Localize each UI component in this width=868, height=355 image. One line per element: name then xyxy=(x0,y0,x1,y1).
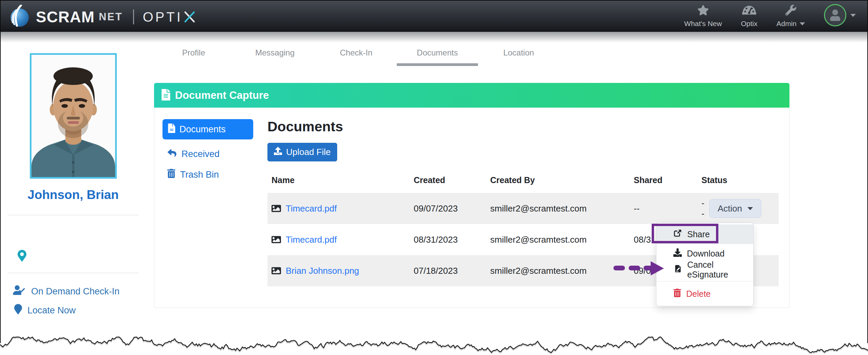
col-header-created-by: Created By xyxy=(486,175,630,185)
locate-now-label: Locate Now xyxy=(27,305,76,316)
globe-logo-icon xyxy=(9,5,30,29)
nav-whats-new-label: What's New xyxy=(684,20,722,28)
document-link[interactable]: Timecard.pdf xyxy=(286,203,337,214)
user-check-icon xyxy=(13,285,26,298)
upload-icon xyxy=(274,147,282,157)
brand-scram: SCRAM xyxy=(36,8,95,26)
cell-created-by: smiller2@scramtest.com xyxy=(486,203,630,214)
action-button-label: Action xyxy=(718,203,742,214)
menu-item-cancel-esignature[interactable]: Cancel eSignature xyxy=(656,262,753,278)
menu-cancel-esignature-label: Cancel eSignature xyxy=(687,260,753,280)
cell-shared: -- xyxy=(630,203,697,214)
menu-item-delete[interactable]: Delete xyxy=(656,285,753,303)
col-header-status: Status xyxy=(697,175,779,185)
tab-profile[interactable]: Profile xyxy=(153,48,234,66)
upload-file-button[interactable]: Upload File xyxy=(267,143,337,161)
torn-edge xyxy=(0,336,868,355)
active-tab-underline xyxy=(397,63,478,66)
document-link[interactable]: Brian Johnson.png xyxy=(286,266,359,276)
profile-photo xyxy=(30,53,117,179)
cell-created-by: smiller2@scramtest.com xyxy=(486,235,630,245)
table-row: Timecard.pdf 09/07/2023 smiller2@scramte… xyxy=(267,193,779,224)
download-icon xyxy=(673,248,682,259)
upload-file-label: Upload File xyxy=(286,147,331,157)
star-icon xyxy=(697,5,709,17)
col-header-created: Created xyxy=(410,175,486,185)
col-header-name: Name xyxy=(267,175,410,185)
subnav-item-received[interactable]: Received xyxy=(167,149,253,160)
tab-messaging[interactable]: Messaging xyxy=(234,48,316,66)
brand-net: NET xyxy=(99,11,123,23)
nav-optix[interactable]: Optix xyxy=(741,3,757,28)
subnav-trash-bin-label: Trash Bin xyxy=(180,170,219,180)
page-title: Documents xyxy=(267,119,779,134)
location-pin-icon xyxy=(18,250,26,263)
col-header-shared: Shared xyxy=(630,175,697,185)
subnav-item-documents[interactable]: Documents xyxy=(162,119,253,139)
gauge-icon xyxy=(742,5,756,17)
documents-subnav: Documents Received Trash Bin xyxy=(162,119,253,180)
table-header-row: Name Created Created By Shared Status xyxy=(267,173,779,187)
client-name: Johnson, Brian xyxy=(0,188,146,202)
file-doc-icon xyxy=(161,89,170,102)
menu-item-share[interactable]: Share xyxy=(656,224,753,244)
wrench-icon xyxy=(785,5,796,17)
on-demand-checkin-link[interactable]: On Demand Check-In xyxy=(13,285,120,298)
menu-item-download[interactable]: Download xyxy=(656,245,753,262)
reply-icon xyxy=(167,149,177,160)
share-icon xyxy=(673,229,682,240)
tab-check-in[interactable]: Check-In xyxy=(316,48,397,66)
top-navbar: SCRAM NET OPTI What's New xyxy=(1,1,867,32)
cell-status: -- xyxy=(701,198,704,219)
cell-created: 08/31/2023 xyxy=(410,235,486,245)
caret-down-icon xyxy=(747,207,753,210)
on-demand-checkin-label: On Demand Check-In xyxy=(31,286,120,297)
menu-delete-label: Delete xyxy=(686,289,711,299)
cell-created-by: smiller2@scramtest.com xyxy=(486,266,630,276)
account-menu[interactable] xyxy=(824,4,856,26)
user-avatar-icon[interactable] xyxy=(824,4,846,26)
tab-location[interactable]: Location xyxy=(478,48,559,66)
document-capture-banner: Document Capture xyxy=(154,83,789,108)
brand-logo: SCRAM NET OPTI xyxy=(9,5,195,29)
screenshot-root: SCRAM NET OPTI What's New xyxy=(0,0,868,355)
trash-icon xyxy=(167,169,175,180)
portrait-illustration xyxy=(31,55,115,177)
nav-whats-new[interactable]: What's New xyxy=(684,3,722,28)
navbar-shadow xyxy=(1,32,867,43)
action-dropdown-button[interactable]: Action xyxy=(709,199,761,218)
menu-share-label: Share xyxy=(687,229,710,239)
image-file-icon xyxy=(272,266,281,275)
cell-created: 09/07/2023 xyxy=(410,203,486,214)
brand-optix: OPTI xyxy=(143,9,195,25)
sidebar-divider xyxy=(7,273,139,273)
nav-optix-label: Optix xyxy=(741,20,757,28)
optix-x-icon xyxy=(184,11,195,23)
panel-title: Document Capture xyxy=(175,89,269,102)
signature-icon xyxy=(673,264,682,275)
sidebar-divider xyxy=(7,215,139,215)
subnav-received-label: Received xyxy=(181,149,220,159)
action-dropdown-menu: Share Download Cancel eSignature xyxy=(656,223,754,306)
image-file-icon xyxy=(272,235,281,244)
image-file-icon xyxy=(272,204,281,213)
menu-divider xyxy=(656,281,753,282)
brand-divider xyxy=(133,9,134,24)
subnav-documents-label: Documents xyxy=(179,124,226,135)
tab-documents[interactable]: Documents xyxy=(397,48,478,66)
cell-created: 07/18/2023 xyxy=(410,266,486,276)
caret-down-icon xyxy=(850,14,856,17)
subnav-item-trash-bin[interactable]: Trash Bin xyxy=(167,169,253,180)
file-doc-icon xyxy=(168,124,175,135)
document-link[interactable]: Timecard.pdf xyxy=(286,235,337,245)
caret-down-icon xyxy=(800,22,805,25)
map-marker-icon xyxy=(14,304,22,317)
locate-now-link[interactable]: Locate Now xyxy=(14,304,76,317)
nav-admin-label: Admin xyxy=(776,20,797,28)
trash-icon xyxy=(673,289,681,299)
profile-tabs: Profile Messaging Check-In Documents Loc… xyxy=(153,48,559,66)
menu-download-label: Download xyxy=(687,249,724,259)
nav-admin[interactable]: Admin xyxy=(776,3,805,28)
